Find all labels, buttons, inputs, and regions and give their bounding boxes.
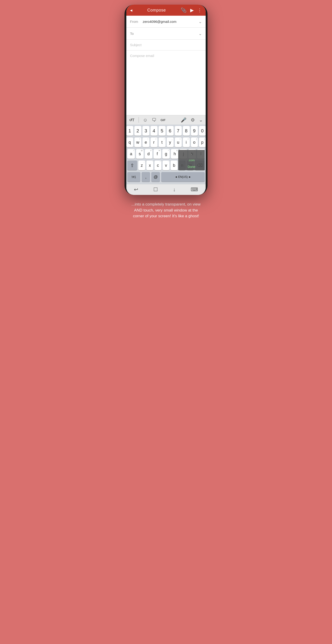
suggestion-done[interactable]: Done: [186, 164, 197, 169]
header-title: Compose: [147, 8, 166, 13]
number-row: 1 2 3 4 5 6 7 8 9 0: [127, 126, 205, 136]
subject-row[interactable]: Subject: [126, 40, 206, 50]
key-y[interactable]: _y: [167, 138, 174, 147]
bottom-nav: ↩ ☐ ↓ ⌨: [126, 184, 206, 195]
sup-h: &: [176, 150, 178, 152]
key-d[interactable]: #d: [145, 149, 152, 159]
qwerty-row: q +w ÷e =r /t _y <u >i [o ]p: [127, 138, 205, 147]
key-5[interactable]: 5: [159, 126, 166, 136]
sup-e: ÷: [147, 138, 148, 140]
keyboard: 1 2 3 4 5 6 7 8 9 0 q +w ÷e =r /: [126, 124, 206, 184]
sup-r: =: [155, 138, 157, 140]
sup-o: [: [196, 138, 197, 140]
app-header: ◂ Compose 📎 ▶ ⋮: [126, 4, 206, 16]
gif-icon[interactable]: GIF: [160, 118, 166, 122]
key-u[interactable]: <u: [175, 138, 182, 147]
key-9[interactable]: 9: [191, 126, 198, 136]
sup-c: ": [160, 161, 160, 163]
key-s[interactable]: @s: [136, 149, 144, 159]
send-icon[interactable]: ▶: [190, 8, 194, 13]
key-8[interactable]: 8: [183, 126, 190, 136]
key-1[interactable]: 1: [126, 126, 133, 136]
email-fields: From zero4096@gmail.com ⌄ To ⌄ Subject C…: [126, 16, 206, 115]
key-a[interactable]: !a: [127, 149, 135, 159]
subject-input[interactable]: Subject: [130, 43, 142, 47]
at-key[interactable]: @: [151, 172, 160, 182]
key-p[interactable]: ]p: [199, 138, 206, 147]
toolbar-divider: [139, 117, 139, 123]
sup-y: _: [172, 138, 172, 140]
key-w[interactable]: +w: [134, 138, 141, 147]
sup-x: ': [152, 161, 152, 163]
sup-t: /: [164, 138, 164, 140]
sup-g: ^: [168, 150, 169, 152]
key-t[interactable]: /t: [159, 138, 166, 147]
sup-d: #: [150, 150, 151, 152]
from-row: From zero4096@gmail.com ⌄: [126, 16, 206, 28]
key-0[interactable]: 0: [199, 126, 206, 136]
to-row[interactable]: To ⌄: [126, 28, 206, 40]
key-x[interactable]: 'x: [146, 160, 153, 170]
from-value[interactable]: zero4096@gmail.com: [143, 20, 197, 24]
key-v[interactable]: 'v: [163, 160, 169, 170]
key-h[interactable]: &h: [171, 149, 178, 159]
settings-icon[interactable]: ⚙: [191, 117, 195, 123]
sup-b: ;: [176, 161, 177, 163]
more-icon[interactable]: ⋮: [197, 8, 202, 13]
comma-key[interactable]: ,: [142, 172, 150, 182]
sup-s: @: [141, 150, 143, 152]
to-dropdown-icon[interactable]: ⌄: [199, 31, 202, 36]
nav-back-icon[interactable]: ↩: [134, 186, 138, 192]
key-b[interactable]: ;b: [171, 160, 178, 170]
phone-shell: ◂ Compose 📎 ▶ ⋮ From zero4096@gmail.com …: [124, 4, 208, 195]
key-c[interactable]: "c: [154, 160, 161, 170]
compose-input[interactable]: Compose email: [130, 54, 154, 58]
key-f[interactable]: %f: [154, 149, 161, 159]
nav-home-icon[interactable]: ☐: [153, 186, 158, 192]
sup-a: !: [133, 150, 134, 152]
suggestion-period[interactable]: .: [189, 151, 194, 156]
keyboard-toolbar: ↺T ☺ 🗨 GIF 🎤 ⚙ ⌄: [126, 115, 206, 124]
sup-i: >: [188, 138, 189, 140]
sup-w: +: [139, 138, 140, 140]
key-q[interactable]: q: [126, 138, 133, 147]
nav-recent-icon[interactable]: ↓: [173, 186, 175, 192]
nav-keyboard-icon[interactable]: ⌨: [191, 186, 198, 192]
sup-z: -: [144, 161, 144, 163]
to-label: To: [130, 32, 143, 36]
sup-u: <: [180, 138, 181, 140]
sup-p: ]: [204, 138, 205, 140]
back-button[interactable]: ◂: [130, 8, 132, 13]
from-dropdown-icon[interactable]: ⌄: [199, 19, 202, 24]
bottom-row: !#1 , @ ◄ EN(US) ►: [127, 172, 205, 182]
key-z[interactable]: -z: [138, 160, 145, 170]
phone-inner: ◂ Compose 📎 ▶ ⋮ From zero4096@gmail.com …: [126, 4, 206, 195]
attach-icon[interactable]: 📎: [181, 8, 187, 13]
space-key[interactable]: ◄ EN(US) ►: [161, 172, 205, 182]
key-i[interactable]: >i: [183, 138, 190, 147]
key-6[interactable]: 6: [167, 126, 174, 136]
shift-key[interactable]: ⇧: [127, 160, 137, 170]
compose-area[interactable]: Compose email: [126, 50, 206, 115]
key-o[interactable]: [o: [191, 138, 198, 147]
from-label: From: [130, 20, 143, 24]
key-4[interactable]: 4: [151, 126, 157, 136]
translate-icon[interactable]: ↺T: [129, 118, 134, 122]
key-g[interactable]: ^g: [162, 149, 170, 159]
zxcv-row: ⇧ -z 'x "c 'v ;b ?n m ⌫ . .com Done: [127, 160, 205, 170]
emoji-icon[interactable]: ☺: [143, 118, 148, 123]
key-3[interactable]: 3: [142, 126, 149, 136]
sup-f: %: [158, 150, 160, 152]
sticker-icon[interactable]: 🗨: [152, 118, 156, 123]
suggestion-dotcom[interactable]: .com: [186, 158, 196, 162]
collapse-keyboard-icon[interactable]: ⌄: [199, 117, 203, 123]
key-e[interactable]: ÷e: [142, 138, 149, 147]
page-wrapper: ◂ Compose 📎 ▶ ⋮ From zero4096@gmail.com …: [121, 4, 211, 219]
key-r[interactable]: =r: [151, 138, 157, 147]
special-key[interactable]: !#1: [127, 172, 140, 182]
caption: ...into a completely transparent, on vie…: [131, 201, 201, 219]
header-icons: 📎 ▶ ⋮: [181, 8, 202, 13]
mic-icon[interactable]: 🎤: [181, 117, 187, 123]
key-7[interactable]: 7: [175, 126, 182, 136]
key-2[interactable]: 2: [134, 126, 141, 136]
